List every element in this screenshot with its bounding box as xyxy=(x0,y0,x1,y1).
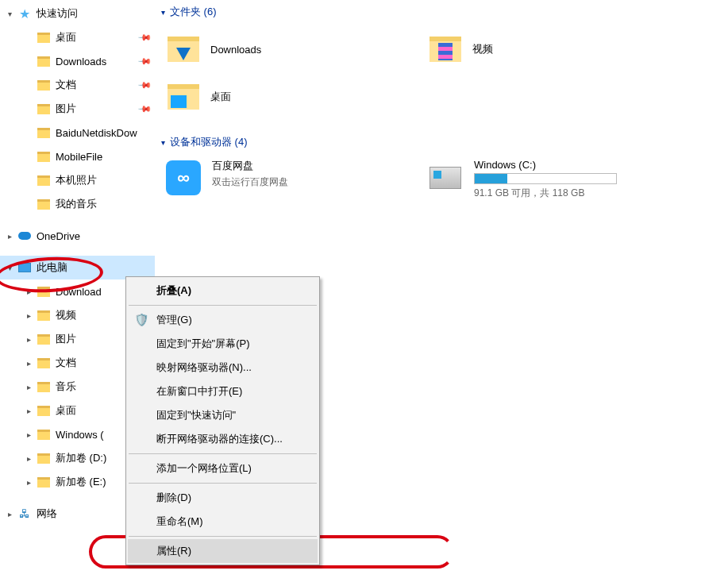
menu-item-label: 在新窗口中打开(E) xyxy=(156,384,242,399)
folder-icon xyxy=(37,308,51,322)
pin-icon: 📌 xyxy=(137,101,152,116)
drive-subtitle: 91.1 GB 可用，共 118 GB xyxy=(474,187,617,200)
tree-quick-access-item[interactable]: ▸ 文档 📌 xyxy=(0,73,155,97)
chevron-right-icon[interactable]: ▸ xyxy=(22,309,35,322)
menu-item[interactable]: 在新窗口中打开(E) xyxy=(128,380,318,403)
folder-icon xyxy=(37,356,51,370)
chevron-right-icon[interactable]: ▸ xyxy=(22,428,35,441)
drive-item[interactable]: Windows (C:)91.1 GB 可用，共 118 GB xyxy=(423,156,685,203)
menu-item-label: 断开网络驱动器的连接(C)... xyxy=(156,432,283,446)
menu-item-label: 管理(G) xyxy=(156,313,192,327)
tree-quick-access-item[interactable]: ▸ 我的音乐 xyxy=(0,192,155,216)
tree-label: 本机照片 xyxy=(56,173,97,187)
star-icon: ★ xyxy=(17,6,32,21)
tree-label: 此电脑 xyxy=(37,260,67,275)
chevron-right-icon[interactable]: ▸ xyxy=(22,476,35,488)
tree-label: MobileFile xyxy=(56,151,102,163)
tree-label: Downloads xyxy=(56,56,106,67)
chevron-right-icon[interactable]: ▸ xyxy=(22,452,35,464)
menu-item[interactable]: 属性(R) xyxy=(128,539,318,563)
drive-item[interactable]: ∞百度网盘双击运行百度网盘 xyxy=(161,156,423,203)
tree-label: 新加卷 (E:) xyxy=(56,475,106,489)
tree-label: 快速访问 xyxy=(37,6,78,21)
menu-separator xyxy=(129,483,317,484)
tree-label: 图片 xyxy=(56,102,76,116)
tree-label: Download xyxy=(56,286,102,298)
tree-label: 桌面 xyxy=(56,30,76,44)
tree-onedrive[interactable]: ▸ OneDrive xyxy=(0,224,155,248)
folder-icon xyxy=(37,475,51,489)
folder-icon xyxy=(37,173,51,187)
network-icon: 🖧 xyxy=(17,507,32,521)
menu-item[interactable]: 折叠(A) xyxy=(128,279,318,303)
tree-quick-access-item[interactable]: ▸ Downloads 📌 xyxy=(0,49,155,73)
chevron-right-icon[interactable]: ▸ xyxy=(3,507,16,520)
tree-quick-access[interactable]: ▾ ★ 快速访问 xyxy=(0,2,155,25)
menu-item-label: 添加一个网络位置(L) xyxy=(156,461,252,476)
menu-item[interactable]: 删除(D) xyxy=(128,486,318,510)
menu-item[interactable]: 固定到"开始"屏幕(P) xyxy=(128,332,318,356)
drive-subtitle: 双击运行百度网盘 xyxy=(212,175,288,189)
chevron-down-icon[interactable]: ▾ xyxy=(3,7,16,20)
folder-item[interactable]: Downloads xyxy=(161,25,423,73)
pin-icon: 📌 xyxy=(137,29,152,44)
folder-icon xyxy=(37,197,51,211)
chevron-right-icon[interactable]: ▸ xyxy=(22,357,35,369)
chevron-right-icon[interactable]: ▸ xyxy=(22,404,35,417)
group-title: 文件夹 (6) xyxy=(170,5,217,19)
tree-label: 图片 xyxy=(56,332,76,346)
menu-item[interactable]: 映射网络驱动器(N)... xyxy=(128,356,318,380)
tree-label: 我的音乐 xyxy=(56,197,97,211)
chevron-right-icon[interactable]: ▸ xyxy=(22,333,35,345)
menu-item-label: 删除(D) xyxy=(156,491,191,505)
menu-item[interactable]: 重命名(M) xyxy=(128,510,318,534)
chevron-down-icon[interactable]: ▾ xyxy=(3,261,16,274)
shield-icon: 🛡️ xyxy=(134,313,148,327)
pin-icon: 📌 xyxy=(137,53,152,68)
chevron-right-icon[interactable]: ▸ xyxy=(22,285,35,298)
pin-icon: 📌 xyxy=(137,77,152,92)
menu-item[interactable]: 固定到"快速访问" xyxy=(128,403,318,427)
video-folder-icon xyxy=(426,30,464,68)
menu-item[interactable]: 添加一个网络位置(L) xyxy=(128,457,318,480)
menu-item[interactable]: 断开网络驱动器的连接(C)... xyxy=(128,427,318,451)
desktop-folder-icon xyxy=(164,78,202,116)
tree-quick-access-item[interactable]: ▸ BaiduNetdiskDow xyxy=(0,121,155,145)
menu-separator xyxy=(129,305,317,306)
chevron-right-icon[interactable]: ▸ xyxy=(22,380,35,393)
folder-icon xyxy=(37,403,51,418)
tree-label: 网络 xyxy=(37,507,57,521)
drive-icon xyxy=(429,167,461,189)
group-header-folders[interactable]: ▾ 文件夹 (6) xyxy=(161,2,722,25)
folder-item[interactable]: 桌面 xyxy=(161,73,423,121)
tree-label: Windows ( xyxy=(56,429,104,441)
menu-item-label: 重命名(M) xyxy=(156,515,203,529)
tree-quick-access-item[interactable]: ▸ 图片 📌 xyxy=(0,97,155,121)
folder-icon xyxy=(37,102,51,116)
menu-item-label: 固定到"快速访问" xyxy=(156,408,236,422)
onedrive-icon xyxy=(17,229,32,243)
tree-label: 文档 xyxy=(56,356,76,370)
menu-separator xyxy=(129,536,317,537)
context-menu: 折叠(A)🛡️管理(G)固定到"开始"屏幕(P)映射网络驱动器(N)...在新窗… xyxy=(125,276,320,565)
chevron-right-icon[interactable]: ▸ xyxy=(3,229,16,242)
folder-icon xyxy=(37,125,51,140)
menu-item[interactable]: 🛡️管理(G) xyxy=(128,308,318,332)
tree-label: 音乐 xyxy=(56,380,76,394)
tree-quick-access-item[interactable]: ▸ 桌面 📌 xyxy=(0,25,155,49)
folder-item[interactable]: 视频 xyxy=(423,25,685,73)
group-header-drives[interactable]: ▾ 设备和驱动器 (4) xyxy=(161,132,722,156)
menu-item-label: 映射网络驱动器(N)... xyxy=(156,360,252,375)
tree-quick-access-item[interactable]: ▸ 本机照片 xyxy=(0,168,155,192)
pc-icon xyxy=(17,260,32,275)
chevron-down-icon: ▾ xyxy=(161,138,165,147)
menu-separator xyxy=(129,453,317,454)
drive-title: Windows (C:) xyxy=(474,159,617,171)
tree-quick-access-item[interactable]: ▸ MobileFile xyxy=(0,145,155,168)
drive-title: 百度网盘 xyxy=(212,159,288,173)
tree-label: OneDrive xyxy=(37,230,80,242)
menu-item-label: 属性(R) xyxy=(156,544,191,558)
tree-label: 桌面 xyxy=(56,403,76,418)
folder-icon xyxy=(37,54,51,68)
chevron-down-icon: ▾ xyxy=(161,8,165,17)
